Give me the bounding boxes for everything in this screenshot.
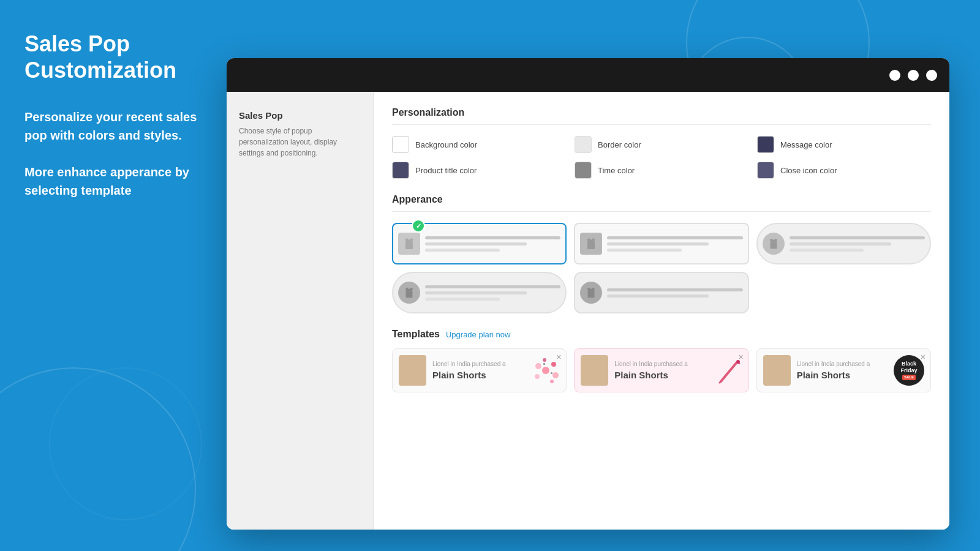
window-btn-2[interactable] <box>908 70 919 81</box>
template-product-1: Plain Shorts <box>432 370 526 380</box>
message-color-label: Message color <box>780 140 832 149</box>
color-item-message: Message color <box>757 136 931 153</box>
appearance-lines-3 <box>790 236 925 252</box>
line-1 <box>607 288 742 291</box>
templates-section: Templates Upgrade plan now × Lionel in I… <box>392 329 931 392</box>
svg-rect-12 <box>543 363 545 365</box>
template-text-3: Lionel in India purchased a Plain Shorts <box>797 361 888 380</box>
upgrade-link[interactable]: Upgrade plan now <box>446 330 511 339</box>
page-title: Sales Pop Customization <box>24 31 208 83</box>
svg-point-7 <box>551 362 556 367</box>
svg-rect-0 <box>405 242 413 249</box>
product-title-color-label: Product title color <box>415 166 477 175</box>
left-panel: Sales Pop Customization Personalize your… <box>0 0 233 551</box>
svg-point-11 <box>550 380 554 383</box>
black-friday-text-2: Friday <box>900 367 917 374</box>
template-inner-3: Lionel in India purchased a Plain Shorts… <box>763 355 924 386</box>
product-title-color-swatch[interactable] <box>392 162 409 179</box>
template-close-1[interactable]: × <box>556 353 561 361</box>
appearance-lines-4 <box>425 285 560 301</box>
line-2 <box>425 242 527 246</box>
line-3 <box>607 249 682 252</box>
color-item-close-icon: Close icon color <box>757 162 931 179</box>
appearance-lines-1 <box>425 236 560 252</box>
shirt-icon-1 <box>398 233 420 255</box>
appearance-style-5[interactable] <box>574 272 748 313</box>
color-item-border: Border color <box>575 136 748 153</box>
line-2 <box>790 242 891 246</box>
line-1 <box>425 285 560 288</box>
description-1: Personalize your recent sales pop with c… <box>24 108 208 144</box>
black-friday-badge: Black Friday SALE <box>894 355 924 386</box>
svg-rect-2 <box>770 242 777 249</box>
background-color-swatch[interactable] <box>392 136 409 153</box>
template-close-2[interactable]: × <box>738 353 743 361</box>
color-grid: Background color Border color Message co… <box>392 136 931 179</box>
line-3 <box>425 298 500 301</box>
selected-checkmark: ✓ <box>412 219 425 233</box>
template-text-2: Lionel in India purchased a Plain Shorts <box>614 361 708 380</box>
line-3 <box>425 249 500 252</box>
appearance-lines-2 <box>607 236 742 252</box>
shirt-icon-4 <box>398 282 420 304</box>
line-2 <box>607 294 709 298</box>
svg-rect-1 <box>587 242 595 249</box>
svg-rect-13 <box>551 372 552 374</box>
appearance-section: Apperance ✓ <box>392 194 931 313</box>
main-content: Personalization Background color Border … <box>374 92 949 530</box>
line-1 <box>607 236 742 239</box>
message-color-swatch[interactable] <box>757 136 774 153</box>
template-card-3[interactable]: × Lionel in India purchased a Plain Shor… <box>756 348 931 392</box>
template-text-1: Lionel in India purchased a Plain Shorts <box>432 361 526 380</box>
svg-point-5 <box>542 367 549 374</box>
close-icon-color-label: Close icon color <box>780 166 837 175</box>
line-3 <box>790 249 864 252</box>
appearance-grid: ✓ <box>392 223 931 313</box>
appearance-lines-5 <box>607 288 742 298</box>
shirt-icon-2 <box>580 233 602 255</box>
border-color-swatch[interactable] <box>575 136 592 153</box>
shirt-icon-5 <box>580 282 602 304</box>
template-product-2: Plain Shorts <box>614 370 708 380</box>
template-card-2[interactable]: × Lionel in India purchased a Plain Shor… <box>574 348 748 392</box>
window-btn-1[interactable] <box>889 70 900 81</box>
template-purchased-2: Lionel in India purchased a <box>614 361 708 367</box>
border-color-label: Border color <box>598 140 641 149</box>
sidebar-description: Choose style of popup personalization la… <box>239 126 361 159</box>
window-titlebar <box>227 58 949 92</box>
main-window: Sales Pop Choose style of popup personal… <box>227 58 949 530</box>
color-item-time: Time color <box>575 162 748 179</box>
template-purchased-3: Lionel in India purchased a <box>797 361 888 367</box>
template-inner-1: Lionel in India purchased a Plain Shorts <box>399 355 560 386</box>
template-inner-2: Lionel in India purchased a Plain Shorts <box>581 355 742 386</box>
color-item-product-title: Product title color <box>392 162 566 179</box>
personalization-title: Personalization <box>392 107 931 125</box>
window-content: Sales Pop Choose style of popup personal… <box>227 92 949 530</box>
time-color-label: Time color <box>598 166 635 175</box>
close-icon-color-swatch[interactable] <box>757 162 774 179</box>
window-btn-3[interactable] <box>926 70 937 81</box>
shirt-icon-3 <box>763 233 785 255</box>
sidebar: Sales Pop Choose style of popup personal… <box>227 92 374 530</box>
template-close-3[interactable]: × <box>921 353 925 361</box>
product-image-2 <box>581 355 608 386</box>
svg-rect-4 <box>588 291 595 298</box>
svg-point-6 <box>535 363 541 369</box>
appearance-style-1[interactable]: ✓ <box>392 223 567 264</box>
svg-line-14 <box>721 363 736 381</box>
svg-point-10 <box>543 358 546 362</box>
appearance-style-2[interactable] <box>574 223 748 264</box>
appearance-style-3[interactable] <box>756 223 931 264</box>
template-card-1[interactable]: × Lionel in India purchased a Plain Shor… <box>392 348 567 392</box>
sidebar-title: Sales Pop <box>239 110 361 121</box>
template-product-3: Plain Shorts <box>797 370 888 380</box>
background-color-label: Background color <box>415 140 477 149</box>
time-color-swatch[interactable] <box>575 162 592 179</box>
color-item-background: Background color <box>392 136 566 153</box>
templates-title: Templates <box>392 329 440 340</box>
description-2: More enhance apperance by selecting temp… <box>24 163 208 200</box>
line-2 <box>607 242 709 246</box>
line-1 <box>425 236 560 239</box>
appearance-style-4[interactable] <box>392 272 567 313</box>
appearance-title: Apperance <box>392 194 931 212</box>
